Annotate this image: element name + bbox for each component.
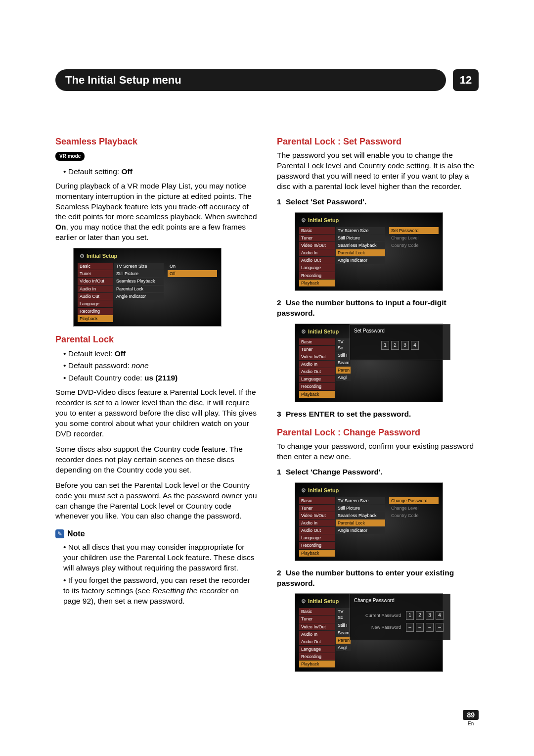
gear-icon: ⚙ [301, 328, 306, 335]
osd-left-item-active: Playback [78, 315, 113, 322]
osd-left-item: Recording [78, 308, 113, 315]
osd-set-password-entry: ⚙Initial Setup Basic Tuner Video In/Out … [295, 324, 443, 402]
osd-left-item: Video In/Out [299, 242, 335, 249]
osd-right-item-selected: Off [168, 270, 217, 277]
osd-left-item: Language [78, 300, 113, 307]
osd-left-item: Recording [299, 272, 335, 279]
note-item: Not all discs that you may consider inap… [63, 542, 257, 573]
osd-left-item-active: Playback [299, 661, 335, 667]
dialog-title: Set Password [354, 328, 446, 334]
osd-left-item-active: Playback [299, 550, 335, 557]
osd-mid-item: Angl [336, 374, 351, 381]
osd-right-item-selected: Change Password [389, 497, 439, 504]
left-column: Seamless Playback VR mode Default settin… [55, 136, 257, 679]
osd-left-item: Basic [299, 608, 335, 615]
gear-icon: ⚙ [80, 252, 85, 260]
osd-left-item: Basic [299, 227, 335, 234]
osd-left-item: Audio Out [78, 293, 113, 300]
osd-change-password-entry: ⚙Initial Setup Basic Tuner Video In/Out … [295, 593, 443, 672]
osd-mid-item-active: Parental Lock [336, 520, 385, 526]
osd-mid-item: Angle Indicator [336, 257, 385, 264]
parental-default-level: Default level: Off [63, 349, 257, 359]
osd-mid-item: Seam [336, 359, 351, 366]
osd-left-item: Language [299, 534, 335, 541]
osd-left-item-active: Playback [299, 280, 335, 286]
set-password-intro: The password you set will enable you to … [277, 150, 479, 192]
osd-left-item: Video In/Out [299, 512, 335, 519]
chapter-number-badge: 12 [453, 69, 479, 91]
right-column: Parental Lock : Set Password The passwor… [277, 136, 479, 679]
gear-icon: ⚙ [301, 598, 306, 605]
osd-left-item: Video In/Out [78, 278, 113, 284]
gear-icon: ⚙ [301, 487, 306, 494]
header-title-wrap: The Initial Setup menu [55, 69, 446, 91]
osd-left-item: Recording [299, 542, 335, 549]
osd-right-item: On [168, 263, 217, 270]
osd-left-item: Recording [299, 653, 335, 660]
pin-input-new: –––– [406, 623, 444, 632]
seamless-default-setting: Default setting: Off [63, 167, 257, 177]
osd-left-item: Basic [299, 497, 335, 504]
step-1-set: 1Select 'Set Password'. [277, 197, 479, 207]
osd-left-item: Audio In [299, 249, 335, 256]
page-number: 89 En [463, 710, 479, 726]
section-parental-lock: Parental Lock [55, 333, 257, 345]
osd-left-item: Audio In [78, 285, 113, 292]
osd-mid-item: Still I [336, 352, 351, 359]
osd-mid-item: TV Sc [336, 338, 351, 351]
pin-input: 1234 [354, 341, 446, 350]
osd-mid-item: TV Screen Size [336, 497, 385, 504]
osd-set-password-select: ⚙Initial Setup Basic Tuner Video In/Out … [295, 212, 443, 291]
gear-icon: ⚙ [301, 217, 306, 224]
osd-left-item: Language [299, 264, 335, 271]
osd-left-item: Tuner [299, 346, 335, 353]
header-bar: The Initial Setup menu 12 [55, 69, 479, 91]
step-2-set: 2Use the number buttons to input a four-… [277, 298, 479, 319]
dialog-title: Change Password [354, 597, 446, 604]
osd-mid-item: Angle Indicator [114, 293, 164, 300]
osd-left-item: Audio Out [299, 527, 335, 534]
osd-mid-item: TV Sc [336, 608, 351, 621]
vr-mode-badge: VR mode [55, 152, 85, 161]
osd-left-item: Tuner [299, 615, 335, 622]
osd-right-item: Change Level [389, 505, 439, 512]
parental-para3: Before you can set the Parental Lock lev… [55, 480, 257, 522]
parental-default-password: Default password: none [63, 361, 257, 371]
osd-change-password-select: ⚙Initial Setup Basic Tuner Video In/Out … [295, 482, 443, 561]
new-password-label: New Password [356, 624, 401, 630]
osd-left-item: Basic [299, 338, 335, 345]
note-label: Note [67, 528, 85, 539]
osd-mid-item-active: Paren [336, 367, 351, 374]
osd-right-item: Country Code [389, 242, 439, 249]
osd-left-item: Audio In [299, 361, 335, 368]
section-set-password: Parental Lock : Set Password [277, 136, 479, 147]
change-password-intro: To change your password, confirm your ex… [277, 441, 479, 462]
current-password-label: Current Password [356, 613, 401, 618]
osd-left-item: Tuner [299, 235, 335, 241]
osd-mid-item: Angl [336, 644, 351, 651]
note-icon: ✎ [55, 529, 64, 538]
osd-left-item: Audio In [299, 631, 335, 638]
seamless-description: During playback of a VR mode Play List, … [55, 181, 257, 243]
pin-input-current: 1234 [406, 611, 444, 620]
osd-mid-item: Seamless Playback [336, 512, 385, 519]
osd-left-item: Audio Out [299, 368, 335, 375]
osd-mid-item: Seam [336, 629, 351, 636]
osd-mid-item: Still Picture [114, 270, 164, 277]
note-item: If you forget the password, you can rese… [63, 575, 257, 607]
osd-left-item: Audio Out [299, 257, 335, 264]
osd-mid-item: Angle Indicator [336, 527, 385, 534]
parental-para2: Some discs also support the Country code… [55, 444, 257, 475]
step-2-change: 2Use the number buttons to enter your ex… [277, 568, 479, 589]
osd-mid-item-active: Paren [336, 637, 351, 644]
osd-left-item: Audio In [299, 520, 335, 526]
parental-default-country: Default Country code: us (2119) [63, 373, 257, 383]
osd-left-item: Language [299, 646, 335, 653]
step-3-set: 3Press ENTER to set the password. [277, 409, 479, 420]
osd-right-item-selected: Set Password [389, 227, 439, 234]
osd-mid-item: Still Picture [336, 235, 385, 241]
osd-left-item: Basic [78, 263, 113, 270]
osd-left-item: Language [299, 376, 335, 382]
osd-left-item: Tuner [78, 270, 113, 277]
osd-right-item: Change Level [389, 235, 439, 241]
